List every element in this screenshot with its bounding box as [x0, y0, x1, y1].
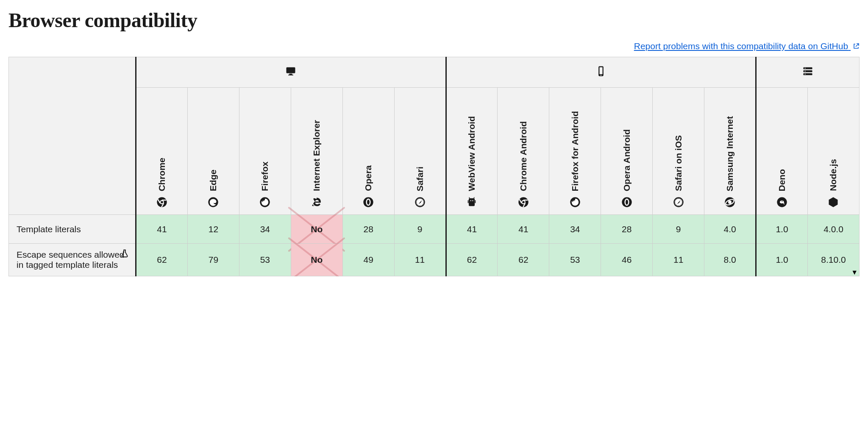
- support-value: 34: [570, 224, 580, 234]
- server-icon: [802, 70, 814, 79]
- support-cell[interactable]: 28: [342, 215, 394, 244]
- support-cell[interactable]: 1.0: [756, 215, 808, 244]
- browser-header-firefox: Firefox: [239, 88, 291, 215]
- browser-label: Firefox for Android: [570, 111, 580, 191]
- section-heading: Browser compatibility: [8, 8, 860, 32]
- svg-rect-26: [468, 200, 469, 203]
- footnote-indicator-icon[interactable]: ▼: [851, 269, 858, 276]
- svg-line-28: [469, 197, 470, 198]
- safari-icon: [414, 196, 426, 208]
- svg-point-10: [805, 71, 806, 72]
- browser-label: Deno: [777, 169, 787, 192]
- support-cell[interactable]: 1.0: [756, 244, 808, 276]
- support-cell[interactable]: 41: [498, 215, 549, 244]
- support-value: 62: [467, 255, 477, 264]
- browser-label: WebView Android: [467, 116, 477, 191]
- support-cell[interactable]: 9: [394, 215, 446, 244]
- browser-header-opera: Opera: [342, 88, 394, 215]
- feature-label-text: Escape sequences allowed in tagged templ…: [17, 250, 125, 270]
- support-cell[interactable]: 46: [601, 244, 653, 276]
- support-cell[interactable]: 41: [446, 215, 498, 244]
- browser-header-nodejs: Node.js: [807, 88, 859, 215]
- support-cell[interactable]: 12: [187, 215, 239, 244]
- support-cell[interactable]: 8.0: [704, 244, 756, 276]
- support-value: 62: [157, 255, 167, 264]
- browser-header-chrome_android: Chrome Android: [498, 88, 549, 215]
- desktop-icon: [285, 70, 297, 79]
- browser-header-samsung: Samsung Internet: [704, 88, 756, 215]
- svg-point-42: [728, 200, 732, 204]
- support-value: 4.0: [724, 224, 736, 234]
- support-value: No: [311, 255, 323, 264]
- browser-label: Node.js: [828, 159, 838, 191]
- svg-point-14: [161, 201, 163, 203]
- support-cell[interactable]: No: [291, 244, 342, 276]
- support-value: 41: [467, 224, 477, 234]
- support-value: 49: [363, 255, 373, 264]
- report-problems-link[interactable]: Report problems with this compatibility …: [634, 41, 860, 51]
- support-value: 12: [209, 224, 218, 234]
- svg-point-5: [601, 75, 601, 75]
- support-value: 8.0: [724, 255, 736, 264]
- support-value: 53: [260, 255, 270, 264]
- support-cell[interactable]: 79: [187, 244, 239, 276]
- browser-label: Edge: [208, 170, 218, 191]
- platform-server: [756, 57, 860, 88]
- svg-point-32: [522, 201, 525, 203]
- support-value: 28: [363, 224, 373, 234]
- svg-rect-0: [287, 67, 295, 73]
- feature-label: Template literals: [9, 215, 136, 244]
- svg-point-36: [626, 200, 628, 205]
- support-value: 46: [622, 255, 632, 264]
- browser-label: Opera: [363, 165, 373, 191]
- browser-label: Safari on iOS: [673, 135, 684, 191]
- support-cell[interactable]: 49: [342, 244, 394, 276]
- support-cell[interactable]: 8.10.0▼: [807, 244, 859, 276]
- support-cell[interactable]: 11: [394, 244, 446, 276]
- table-corner: [9, 57, 136, 215]
- samsung-icon: [724, 196, 736, 208]
- support-cell[interactable]: 62: [498, 244, 549, 276]
- opera-icon: [362, 196, 374, 208]
- svg-line-29: [474, 197, 475, 198]
- support-cell[interactable]: No: [291, 215, 342, 244]
- svg-rect-1: [289, 74, 292, 75]
- support-value: 9: [417, 224, 423, 234]
- support-cell[interactable]: 4.0.0: [807, 215, 859, 244]
- support-cell[interactable]: 4.0: [704, 215, 756, 244]
- browser-label: Safari: [415, 167, 425, 191]
- support-cell[interactable]: 62: [136, 244, 188, 276]
- support-value: 79: [209, 255, 218, 264]
- support-value: 11: [673, 255, 683, 264]
- support-value: 41: [157, 224, 167, 234]
- support-value: 1.0: [776, 224, 788, 234]
- table-row: Template literals411234No2894141342894.0…: [9, 215, 860, 244]
- support-value: 28: [622, 224, 632, 234]
- support-cell[interactable]: 53: [549, 244, 601, 276]
- deno-icon: [776, 196, 788, 208]
- support-cell[interactable]: 11: [653, 244, 704, 276]
- support-cell[interactable]: 28: [601, 215, 653, 244]
- support-cell[interactable]: 34: [239, 215, 291, 244]
- browser-header-safari: Safari: [394, 88, 446, 215]
- browser-label: Internet Explorer: [312, 120, 322, 191]
- support-cell[interactable]: 34: [549, 215, 601, 244]
- browser-label: Firefox: [260, 161, 270, 191]
- support-value: No: [311, 224, 323, 234]
- edge-icon: [207, 196, 219, 208]
- chrome_android-icon: [517, 196, 529, 208]
- safari_ios-icon: [673, 196, 684, 208]
- svg-point-25: [473, 200, 473, 201]
- browser-label: Chrome: [157, 158, 167, 191]
- support-cell[interactable]: 9: [653, 215, 704, 244]
- support-value: 53: [570, 255, 580, 264]
- support-value: 1.0: [776, 255, 788, 264]
- support-value: 41: [518, 224, 528, 234]
- support-cell[interactable]: 62: [446, 244, 498, 276]
- browser-header-ie: Internet Explorer: [291, 88, 342, 215]
- support-value: 4.0.0: [823, 224, 843, 234]
- support-cell[interactable]: 53: [239, 244, 291, 276]
- support-cell[interactable]: 41: [136, 215, 188, 244]
- support-value: 62: [518, 255, 528, 264]
- nodejs-icon: [827, 196, 839, 208]
